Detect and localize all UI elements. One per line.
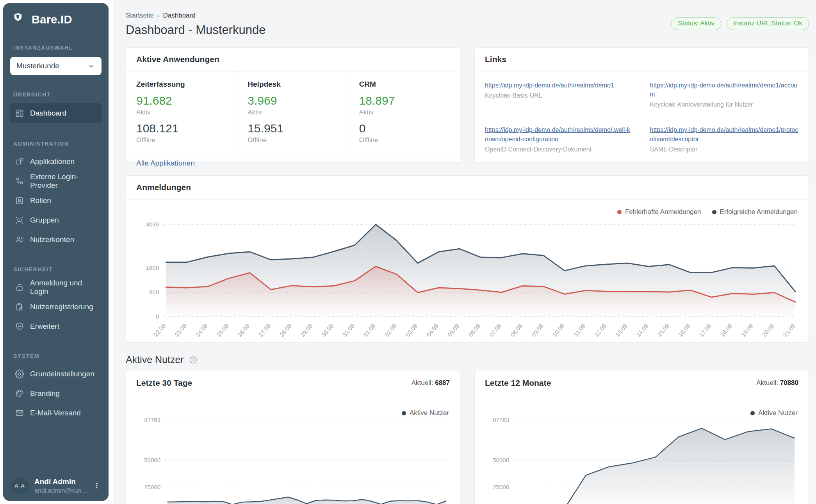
sidebar-item-applikationen[interactable]: Applikationen: [10, 152, 102, 171]
instance-select[interactable]: Musterkunde: [10, 57, 102, 75]
openid-configuration-link[interactable]: https://idp.my-idp-demo.de/auth/realms/d…: [485, 125, 634, 143]
offline-label: Offline: [359, 136, 450, 144]
breadcrumb-home-link[interactable]: Startseite: [126, 12, 154, 20]
chart-legend: Fehlerhafte Anmeldungen Erfolgreiche Anm…: [617, 208, 798, 216]
svg-text:50000: 50000: [144, 457, 160, 463]
current-value: 6887: [435, 379, 450, 386]
status-badge: Status: Aktiv: [671, 17, 721, 30]
active-users-section-header: Aktive Nutzer: [126, 354, 809, 365]
svg-text:16.09: 16.09: [677, 322, 691, 338]
sidebar-item-label: Rollen: [30, 196, 51, 205]
logins-chart-area: Fehlerhafte Anmeldungen Erfolgreiche Anm…: [126, 199, 809, 342]
stat-zeiterfassung: Zeiterfassung 91.682 Aktiv 108.121 Offli…: [126, 71, 237, 153]
card-title: Links: [485, 55, 506, 64]
legend-dot-red: [617, 210, 622, 214]
instance-section-label: INSTANZAUSWAHL: [13, 45, 102, 51]
app-name: Helpdesk: [248, 80, 338, 89]
aktiv-label: Aktiv: [248, 109, 338, 116]
current-users-30d: Aktuell: 6887: [412, 379, 450, 387]
users-30-days-card: Letzte 30 Tage Aktuell: 6887 Aktive Nutz…: [126, 371, 460, 504]
link-item: https://idp.my-idp-demo.de/auth/realms/d…: [485, 81, 634, 108]
link-caption: Keycloak-Basis-URL: [485, 92, 634, 99]
legend-dot-dark: [750, 411, 755, 415]
legend-item-failed: Fehlerhafte Anmeldungen: [617, 208, 701, 216]
all-applications-link[interactable]: Alle Applikationen: [136, 159, 195, 167]
email-icon: [15, 408, 24, 418]
sidebar-item-anmeldung-und-login[interactable]: Anmeldung und Login: [10, 278, 102, 297]
svg-text:11.09: 11.09: [572, 322, 586, 338]
sidebar-item-label: Branding: [30, 389, 60, 398]
stat-crm: CRM 18.897 Aktiv 0 Offline: [349, 71, 460, 153]
svg-text:12.09: 12.09: [593, 322, 608, 338]
sidebar-item-email-versand[interactable]: E-Mail-Versand: [10, 404, 102, 422]
legend-item-active-users: Aktive Nutzer: [402, 409, 449, 417]
svg-text:09.09: 09.09: [530, 322, 544, 338]
user-email: andi.admin@kun....: [34, 487, 87, 494]
shield-advanced-icon: [15, 322, 24, 331]
card-title: Aktive Anwendungen: [136, 55, 219, 64]
sidebar-item-rollen[interactable]: Rollen: [10, 191, 102, 210]
section-label-administration: ADMINISTRATION: [13, 141, 102, 147]
logo-text: Bare.ID: [32, 13, 72, 26]
info-icon[interactable]: [189, 356, 198, 364]
lock-icon: [15, 283, 24, 292]
groups-icon: [15, 215, 24, 225]
main-content: Startseite › Dashboard Dashboard - Muste…: [113, 0, 816, 504]
svg-text:25000: 25000: [144, 484, 160, 490]
svg-text:1600: 1600: [146, 264, 159, 271]
svg-text:23.08: 23.08: [173, 322, 188, 338]
sidebar-item-grundeinstellungen[interactable]: Grundeinstellungen: [10, 365, 102, 383]
legend-dot-dark: [402, 411, 406, 415]
keycloak-base-url-link[interactable]: https://idp.my-idp-demo.de/auth/realms/d…: [485, 81, 634, 90]
svg-text:27.08: 27.08: [257, 322, 272, 338]
card-title: Letzte 12 Monate: [485, 378, 551, 388]
sidebar-item-dashboard[interactable]: Dashboard: [10, 103, 102, 123]
aktiv-label: Aktiv: [359, 109, 450, 116]
sidebar-item-nutzerkonten[interactable]: Nutzerkonten: [10, 230, 102, 249]
svg-text:15.09: 15.09: [656, 322, 670, 338]
external-login-provider-icon: [15, 176, 24, 186]
sidebar-item-gruppen[interactable]: Gruppen: [10, 211, 102, 230]
link-caption: Keycloak-Kontoverwaltung für Nutzer: [650, 101, 799, 108]
user-menu-kebab-icon[interactable]: [93, 481, 101, 490]
svg-text:19.09: 19.09: [740, 322, 754, 338]
stat-helpdesk: Helpdesk 3.969 Aktiv 15.951 Offline: [237, 71, 348, 153]
section-label-uebersicht: ÜBERSICHT: [13, 91, 102, 98]
dashboard-grid-icon: [15, 109, 24, 118]
svg-text:30.08: 30.08: [320, 322, 335, 338]
aktiv-label: Aktiv: [136, 109, 227, 116]
section-title: Aktive Nutzer: [126, 354, 184, 365]
sidebar-item-branding[interactable]: Branding: [10, 384, 102, 403]
status-badges: Status: Aktiv Instanz URL Status: Ok: [671, 17, 809, 30]
user-name: Andi Admin: [34, 477, 87, 486]
svg-text:25000: 25000: [493, 484, 509, 490]
svg-text:800: 800: [149, 289, 159, 296]
links-grid: https://idp.my-idp-demo.de/auth/realms/d…: [475, 71, 809, 162]
sidebar-item-nutzerregistrierung[interactable]: Nutzerregistrierung: [10, 297, 102, 316]
svg-text:03.09: 03.09: [404, 322, 419, 338]
account-url-link[interactable]: https://idp.my-idp-demo.de/auth/realms/d…: [650, 81, 799, 99]
svg-text:24.08: 24.08: [194, 322, 209, 338]
svg-text:22.08: 22.08: [152, 322, 167, 338]
user-accounts-icon: [15, 235, 24, 244]
svg-text:26.08: 26.08: [236, 322, 251, 338]
legend-item-successful: Erfolgreiche Anmeldungen: [712, 208, 798, 216]
saml-descriptor-link[interactable]: https://idp.my-idp-demo.de/auth/realms/d…: [650, 125, 799, 143]
legend-dot-dark: [712, 210, 716, 214]
card-title: Anmeldungen: [136, 183, 191, 192]
logo[interactable]: Bare.ID: [13, 12, 99, 27]
section-label-sicherheit: SICHERHEIT: [13, 266, 102, 272]
svg-text:0: 0: [156, 313, 159, 320]
users-30d-chart-area: Aktive Nutzer 877635000025000: [126, 395, 460, 504]
sidebar-item-erweitert[interactable]: Erweitert: [10, 317, 102, 336]
svg-text:17.09: 17.09: [698, 322, 712, 338]
sidebar-item-externe-login-provider[interactable]: Externe Login-Provider: [10, 172, 102, 191]
sidebar: Bare.ID INSTANZAUSWAHL Musterkunde ÜBERS…: [3, 3, 109, 501]
chart-legend: Aktive Nutzer: [402, 409, 449, 417]
users-12-months-card: Letzte 12 Monate Aktuell: 70880 Aktive N…: [474, 371, 809, 504]
svg-text:28.08: 28.08: [278, 322, 293, 338]
aktiv-count: 3.969: [248, 94, 338, 107]
svg-text:87763: 87763: [493, 417, 509, 423]
avatar: A A: [11, 477, 29, 495]
sidebar-item-label: Dashboard: [30, 109, 66, 118]
